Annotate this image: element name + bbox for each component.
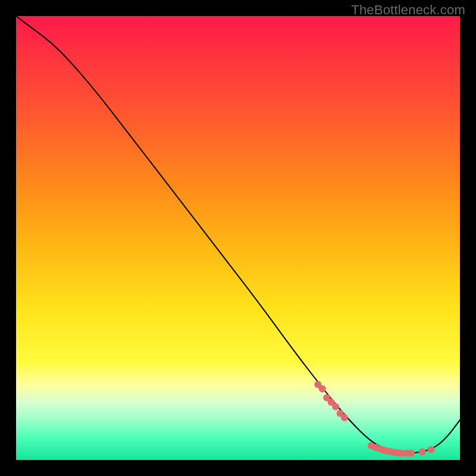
data-point xyxy=(428,446,435,453)
data-point xyxy=(341,414,348,421)
curve-layer xyxy=(16,16,460,453)
points-layer xyxy=(314,381,434,457)
data-point xyxy=(419,449,426,456)
data-point xyxy=(408,450,415,457)
plot-overlay xyxy=(16,16,460,460)
chart-container: TheBottleneck.com xyxy=(0,0,476,476)
data-point xyxy=(319,386,326,393)
main-curve xyxy=(16,16,460,453)
data-point xyxy=(332,403,339,411)
